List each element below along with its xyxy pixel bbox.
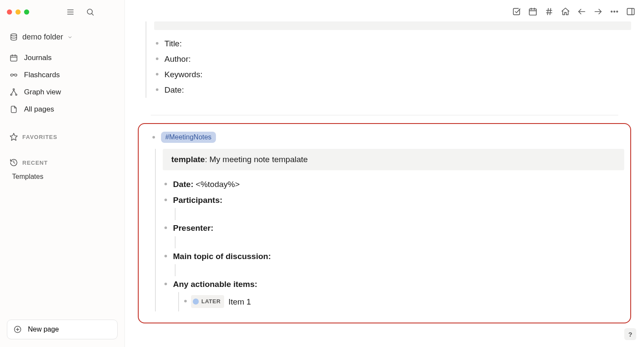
- sidebar-item-label: Flashcards: [24, 71, 60, 79]
- calendar-icon: [9, 54, 18, 62]
- svg-line-24: [550, 9, 551, 15]
- help-label: ?: [628, 331, 632, 338]
- star-icon: [9, 133, 18, 141]
- svg-rect-6: [11, 55, 17, 61]
- meeting-fields-list[interactable]: Date: <%today%> Participants: Presenter:…: [163, 176, 624, 311]
- help-button[interactable]: ?: [624, 328, 636, 340]
- participants-label: Participants:: [173, 196, 222, 205]
- folder-select[interactable]: demo folder: [7, 31, 118, 43]
- status-dot-icon: [193, 299, 199, 305]
- template-property-row[interactable]: template: My meeting note tempalate: [163, 149, 624, 170]
- date-label: Date:: [173, 180, 196, 189]
- forward-icon[interactable]: [593, 7, 603, 16]
- recent-item-templates[interactable]: Templates: [7, 169, 118, 184]
- task-status-chip[interactable]: LATER: [191, 295, 224, 308]
- svg-line-4: [92, 14, 94, 15]
- folder-name: demo folder: [22, 33, 63, 42]
- main-pane: Title: Author: Keywords: Date: #MeetingN…: [125, 0, 644, 347]
- hash-icon[interactable]: [544, 7, 554, 16]
- sidebar-item-label: All pages: [24, 105, 54, 114]
- menu-icon[interactable]: [66, 8, 75, 16]
- sidebar-item-label: Journals: [24, 54, 52, 62]
- list-item-maintopic[interactable]: Main topic of discussion:: [163, 248, 624, 276]
- list-item-date[interactable]: Date: <%today%>: [163, 176, 624, 192]
- presenter-label: Presenter:: [173, 223, 213, 232]
- window-controls: [7, 6, 118, 18]
- search-icon[interactable]: [86, 8, 94, 16]
- top-toolbar: [508, 3, 639, 20]
- meeting-notes-block: #MeetingNotes template: My meeting note …: [138, 123, 631, 323]
- svg-point-29: [617, 11, 618, 12]
- task-status-label: LATER: [201, 296, 221, 307]
- infinity-icon: [9, 71, 18, 79]
- sidebar-item-label: Graph view: [24, 88, 61, 97]
- divider: [151, 115, 618, 115]
- graph-icon: [9, 88, 18, 97]
- new-page-button[interactable]: New page: [7, 320, 118, 339]
- recent-item-label: Templates: [12, 173, 43, 180]
- list-item-actionable[interactable]: Any actionable items: LATER Item 1: [163, 276, 624, 311]
- chevron-down-icon: [67, 35, 73, 40]
- sidebar: demo folder Journals Flashcards Graph vi…: [0, 0, 125, 347]
- favorites-section[interactable]: FAVORITES: [7, 130, 118, 144]
- more-icon[interactable]: [610, 7, 619, 16]
- template-key: template: [171, 155, 205, 164]
- favorites-label: FAVORITES: [22, 134, 58, 140]
- history-icon: [9, 158, 18, 167]
- right-panel-icon[interactable]: [626, 7, 635, 16]
- date-value: <%today%>: [196, 180, 240, 189]
- list-item-presenter[interactable]: Presenter:: [163, 220, 624, 248]
- new-page-label: New page: [28, 326, 59, 333]
- list-item[interactable]: Title:: [154, 36, 631, 51]
- database-icon: [9, 33, 18, 42]
- empty-child-line[interactable]: [175, 264, 624, 276]
- task-text[interactable]: Item 1: [228, 294, 251, 310]
- recent-section[interactable]: RECENT: [7, 156, 118, 169]
- list-item-participants[interactable]: Participants:: [163, 192, 624, 220]
- empty-child-line[interactable]: [175, 208, 624, 220]
- list-item[interactable]: Author:: [154, 51, 631, 67]
- window-minimize-icon[interactable]: [15, 9, 21, 15]
- meeting-inner-block: template: My meeting note tempalate Date…: [155, 149, 624, 311]
- sidebar-item-graph-view[interactable]: Graph view: [7, 84, 118, 101]
- svg-marker-13: [10, 133, 18, 141]
- window-zoom-icon[interactable]: [24, 9, 29, 15]
- plus-circle-icon: [13, 325, 22, 334]
- template-value: : My meeting note tempalate: [205, 155, 308, 164]
- list-item[interactable]: Keywords:: [154, 67, 631, 82]
- actionable-label: Any actionable items:: [173, 280, 257, 289]
- block-bullet-icon[interactable]: [152, 136, 155, 139]
- template-header-bar: [154, 21, 631, 30]
- svg-rect-17: [529, 9, 537, 15]
- svg-rect-30: [627, 9, 635, 15]
- home-icon[interactable]: [561, 7, 570, 16]
- sidebar-nav: Journals Flashcards Graph view All pages: [7, 49, 118, 118]
- back-icon[interactable]: [577, 7, 586, 16]
- svg-line-23: [547, 9, 548, 15]
- svg-point-27: [611, 11, 612, 12]
- upper-template-block: Title: Author: Keywords: Date:: [146, 21, 631, 98]
- task-item-row[interactable]: LATER Item 1: [178, 292, 624, 311]
- file-icon: [9, 105, 18, 114]
- svg-point-5: [11, 33, 16, 36]
- editor-content[interactable]: Title: Author: Keywords: Date: #MeetingN…: [125, 0, 644, 347]
- sidebar-item-all-pages[interactable]: All pages: [7, 101, 118, 118]
- tag-meetingnotes[interactable]: #MeetingNotes: [161, 132, 216, 143]
- svg-point-28: [614, 11, 615, 12]
- upper-block-list[interactable]: Title: Author: Keywords: Date:: [154, 36, 631, 98]
- window-close-icon[interactable]: [7, 9, 12, 15]
- maintopic-label: Main topic of discussion:: [173, 252, 271, 261]
- calendar-toolbar-icon[interactable]: [528, 7, 538, 16]
- empty-child-line[interactable]: [175, 236, 624, 248]
- list-item[interactable]: Date:: [154, 82, 631, 98]
- recent-label: RECENT: [22, 160, 48, 166]
- sidebar-item-journals[interactable]: Journals: [7, 49, 118, 66]
- sidebar-item-flashcards[interactable]: Flashcards: [7, 66, 118, 84]
- task-check-icon[interactable]: [512, 7, 521, 16]
